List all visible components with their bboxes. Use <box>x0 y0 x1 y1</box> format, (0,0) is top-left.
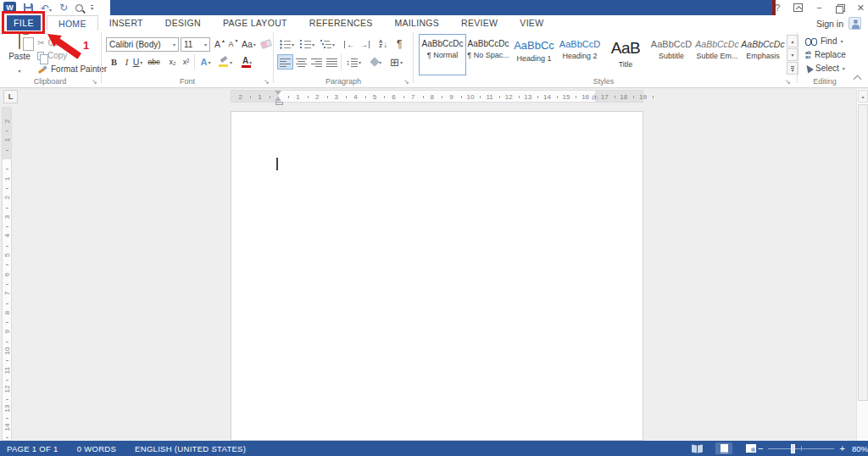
multilevel-list-button[interactable]: ▾ <box>320 37 335 51</box>
hanging-indent-marker[interactable] <box>275 97 281 101</box>
customize-toolbar-icon[interactable]: ▾ <box>91 5 93 11</box>
sign-in[interactable]: Sign in <box>816 17 861 30</box>
style-heading-2[interactable]: AaBbCcDHeading 2 <box>557 35 603 75</box>
borders-button[interactable]: ⊞▾ <box>390 55 403 69</box>
horizontal-ruler[interactable]: 2112345678910111213141516171819 <box>231 90 643 103</box>
ribbon-display-options-icon[interactable] <box>793 3 803 12</box>
show-hide-pilcrow-button[interactable]: ¶ <box>397 37 402 51</box>
font-size-combobox[interactable]: 11▾ <box>181 37 210 52</box>
underline-button[interactable]: U▾ <box>131 55 144 69</box>
zoom-slider-handle[interactable] <box>791 444 795 453</box>
web-layout-button[interactable] <box>743 442 760 454</box>
align-center-button[interactable] <box>294 55 309 69</box>
sort-button[interactable]: AZ↓ <box>379 37 387 51</box>
first-line-indent-marker[interactable] <box>275 91 281 95</box>
align-left-button[interactable] <box>278 55 292 69</box>
tab-page-layout[interactable]: PAGE LAYOUT <box>212 15 298 31</box>
word-count[interactable]: 0 WORDS <box>77 444 116 453</box>
shading-button[interactable]: ▾ <box>371 55 381 69</box>
zoom-out-button[interactable]: − <box>758 443 763 453</box>
increase-indent-button[interactable]: → <box>359 37 370 51</box>
ruler-tick <box>346 96 347 98</box>
clipboard-dialog-launcher-icon[interactable]: ↘ <box>92 78 97 86</box>
style-emphasis[interactable]: AaBbCcDcEmphasis <box>740 35 786 75</box>
style-no-spac[interactable]: AaBbCcDc¶ No Spac... <box>465 35 511 75</box>
style-subtitle[interactable]: AaBbCcDSubtitle <box>648 35 694 75</box>
borders-grid-icon: ⊞ <box>390 56 399 69</box>
left-indent-marker[interactable] <box>275 102 283 105</box>
tab-insert[interactable]: INSERT <box>98 15 154 31</box>
print-layout-button[interactable] <box>715 442 732 454</box>
change-case-button[interactable]: Aa▾ <box>242 37 256 51</box>
superscript-button[interactable]: x² <box>180 55 192 69</box>
font-family-combobox[interactable]: Calibri (Body)▾ <box>106 37 179 52</box>
bullets-button[interactable]: ▾ <box>280 37 294 51</box>
page-indicator[interactable]: PAGE 1 OF 1 <box>7 444 58 453</box>
subscript-button[interactable]: x₂ <box>166 55 179 69</box>
ribbon: Paste ▾ ✂ Cut Copy Format Painter Clipbo… <box>0 31 868 88</box>
style-heading-1[interactable]: AaBbCcHeading 1 <box>511 35 557 75</box>
zoom-percentage[interactable]: 80% <box>852 444 868 453</box>
justify-button[interactable] <box>325 55 339 69</box>
styles-dialog-launcher-icon[interactable]: ↘ <box>785 78 791 86</box>
style-normal[interactable]: AaBbCcDc¶ Normal <box>420 35 465 75</box>
font-dialog-launcher-icon[interactable]: ↘ <box>264 78 270 86</box>
select-button[interactable]: Select▾ <box>805 64 845 73</box>
numbering-button[interactable]: ▾ <box>300 37 314 51</box>
ruler-number: 1 <box>258 92 261 100</box>
find-button[interactable]: Find▾ <box>805 36 843 46</box>
grow-font-button[interactable]: A▲ <box>214 37 226 51</box>
highlight-color-button[interactable]: ▾ <box>219 55 232 69</box>
tab-view[interactable]: VIEW <box>509 15 554 31</box>
restore-button[interactable] <box>836 4 843 12</box>
vertical-ruler[interactable]: 211234567891011121314 <box>2 107 12 441</box>
paste-dropdown-icon: ▾ <box>18 69 20 74</box>
scrollbar-thumb[interactable] <box>858 104 868 401</box>
text-effects-button[interactable]: A▾ <box>199 55 212 69</box>
scrollbar-up-icon[interactable]: ▴ <box>858 90 868 103</box>
format-painter-button[interactable]: Format Painter <box>37 64 107 74</box>
paste-button[interactable]: Paste ▾ <box>4 34 35 81</box>
annotation-step-number: 1 <box>83 39 89 52</box>
replace-button[interactable]: abac Replace <box>805 50 846 59</box>
ruler-tick <box>308 96 309 98</box>
clear-formatting-button[interactable] <box>259 37 272 51</box>
lines-icon <box>351 58 358 67</box>
style-subtle-em[interactable]: AaBbCcDcSubtle Em... <box>694 35 740 75</box>
ruler-number: 12 <box>3 386 11 393</box>
paragraph-dialog-launcher-icon[interactable]: ↘ <box>403 78 409 86</box>
read-mode-button[interactable] <box>688 442 705 454</box>
ruler-tick <box>423 96 424 98</box>
language-indicator[interactable]: ENGLISH (UNITED STATES) <box>135 444 246 453</box>
tab-home[interactable]: HOME <box>47 15 98 31</box>
align-right-button[interactable] <box>309 55 324 69</box>
copy-icon <box>37 52 44 60</box>
redo-button[interactable]: ↻ <box>59 2 68 14</box>
vertical-scrollbar[interactable]: ▴ <box>856 89 868 441</box>
align-center-icon <box>296 58 307 67</box>
close-button[interactable]: ✕ <box>857 3 865 14</box>
font-color-button[interactable]: A▾ <box>241 55 253 69</box>
zoom-slider[interactable] <box>768 448 834 449</box>
help-button[interactable]: ? <box>775 3 780 13</box>
tab-review[interactable]: REVIEW <box>450 15 509 31</box>
bold-button[interactable]: B <box>108 55 120 69</box>
strikethrough-button[interactable]: abc <box>147 55 160 69</box>
collapse-ribbon-icon[interactable] <box>854 75 862 84</box>
ruler-tick <box>6 150 8 151</box>
shrink-font-button[interactable]: A▼ <box>227 37 240 51</box>
tab-stop-selector[interactable]: L <box>3 90 18 103</box>
line-spacing-button[interactable]: ↕▾ <box>346 55 361 69</box>
minimize-button[interactable]: − <box>816 3 821 13</box>
ruler-number: 9 <box>3 330 11 333</box>
ruler-tick <box>595 96 596 98</box>
document-page[interactable] <box>231 111 643 441</box>
style-title[interactable]: AaBTitle <box>603 35 648 75</box>
decrease-indent-button[interactable]: ← <box>344 37 355 51</box>
tab-design[interactable]: DESIGN <box>154 15 212 31</box>
zoom-in-button[interactable]: + <box>839 443 844 453</box>
tab-references[interactable]: REFERENCES <box>298 15 384 31</box>
tab-mailings[interactable]: MAILINGS <box>384 15 451 31</box>
print-preview-icon[interactable] <box>75 4 83 12</box>
annotation-highlight-box <box>2 11 45 34</box>
